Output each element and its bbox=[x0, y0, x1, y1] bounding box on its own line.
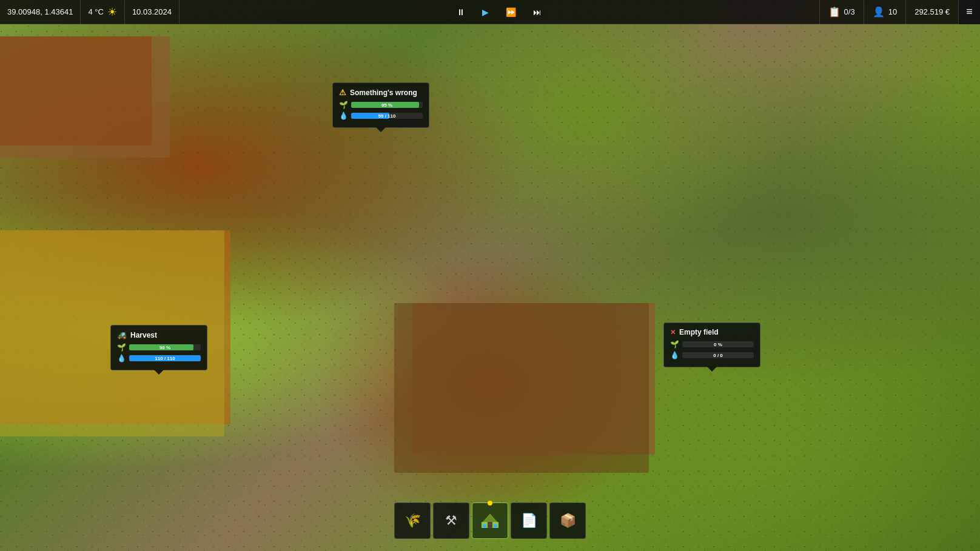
water-bar-empty: 0 / 0 bbox=[682, 352, 754, 358]
popup-warning-growth-row: 🌱 95 % bbox=[339, 101, 423, 109]
growth-bar-harvest: 90 % bbox=[129, 344, 201, 350]
toolbar-box-button[interactable]: 📦 bbox=[549, 503, 586, 539]
hud-date: 10.03.2024 bbox=[125, 0, 180, 24]
hud-playback-controls: ⏸ ▶ ⏩ ⏭ bbox=[180, 6, 819, 18]
svg-rect-5 bbox=[494, 524, 497, 527]
svg-marker-1 bbox=[483, 513, 497, 522]
hud-workers[interactable]: 👤 10 bbox=[864, 0, 905, 24]
water-icon-harvest: 💧 bbox=[117, 354, 126, 362]
tools-icon: ⚒ bbox=[445, 513, 457, 529]
popup-empty-title-text: Empty field bbox=[679, 328, 719, 336]
water-label-harvest: 110 / 110 bbox=[129, 355, 201, 361]
warning-icon: ⚠ bbox=[339, 88, 346, 97]
hud-money: 292.519 € bbox=[905, 0, 958, 24]
fastest-forward-button[interactable]: ⏭ bbox=[529, 6, 545, 18]
hud-coordinates: 39.00948, 1.43641 bbox=[0, 0, 81, 24]
toolbar-tools-button[interactable]: ⚒ bbox=[433, 503, 469, 539]
water-bar-warning: 59 / 110 bbox=[351, 113, 423, 119]
error-icon: ✕ bbox=[670, 329, 676, 336]
date-text: 10.03.2024 bbox=[132, 7, 172, 16]
toolbar-doc-button[interactable]: 📄 bbox=[511, 503, 547, 539]
top-hud: 39.00948, 1.43641 4 °C ☀ 10.03.2024 ⏸ ▶ … bbox=[0, 0, 980, 24]
popup-harvest-water-row: 💧 110 / 110 bbox=[117, 354, 201, 362]
fast-forward-button[interactable]: ⏩ bbox=[502, 6, 520, 18]
task-icon: 📋 bbox=[828, 6, 841, 18]
temperature-text: 4 °C bbox=[88, 7, 103, 16]
popup-empty-field[interactable]: ✕ Empty field 🌱 0 % 💧 0 / 0 bbox=[663, 322, 760, 367]
popup-empty-water-row: 💧 0 / 0 bbox=[670, 351, 754, 359]
growth-label-warning: 95 % bbox=[351, 102, 423, 108]
water-label-warning: 59 / 110 bbox=[351, 113, 423, 119]
water-bar-harvest: 110 / 110 bbox=[129, 355, 201, 361]
popup-harvest-growth-row: 🌱 90 % bbox=[117, 343, 201, 352]
water-icon-empty: 💧 bbox=[670, 351, 679, 359]
worker-count: 10 bbox=[888, 7, 897, 16]
growth-bar-warning: 95 % bbox=[351, 102, 423, 108]
plant-icon-warning: 🌱 bbox=[339, 101, 347, 109]
toolbar-bag-button[interactable]: 🌾 bbox=[394, 503, 431, 539]
plant-icon-empty: 🌱 bbox=[670, 340, 679, 349]
bag-icon: 🌾 bbox=[404, 513, 421, 529]
field-patch-5 bbox=[0, 36, 152, 145]
water-icon-warning: 💧 bbox=[339, 112, 347, 120]
doc-icon: 📄 bbox=[521, 513, 537, 529]
box-icon: 📦 bbox=[560, 513, 576, 529]
popup-warning-title: ⚠ Something's wrong bbox=[339, 88, 423, 97]
toolbar-farm-button[interactable] bbox=[472, 503, 508, 539]
popup-empty-growth-row: 🌱 0 % bbox=[670, 340, 754, 349]
popup-harvest-title-text: Harvest bbox=[130, 331, 157, 339]
worker-icon: 👤 bbox=[873, 6, 885, 18]
hud-temperature: 4 °C ☀ bbox=[81, 0, 124, 24]
plant-icon-harvest: 🌱 bbox=[117, 343, 126, 352]
coordinates-text: 39.00948, 1.43641 bbox=[7, 7, 73, 16]
popup-empty-title: ✕ Empty field bbox=[670, 328, 754, 336]
popup-harvest[interactable]: 🚜 Harvest 🌱 90 % 💧 110 / 110 bbox=[110, 325, 207, 370]
growth-label-harvest: 90 % bbox=[129, 344, 201, 350]
popup-warning-water-row: 💧 59 / 110 bbox=[339, 112, 423, 120]
tractor-icon: 🚜 bbox=[117, 330, 127, 339]
sun-icon: ☀ bbox=[107, 5, 117, 19]
money-amount: 292.519 € bbox=[915, 7, 950, 16]
main-menu-button[interactable]: ≡ bbox=[958, 0, 980, 24]
play-button[interactable]: ▶ bbox=[478, 6, 492, 18]
bottom-toolbar: 🌾 ⚒ 📄 📦 bbox=[394, 503, 586, 539]
farm-icon bbox=[480, 511, 500, 530]
water-label-empty: 0 / 0 bbox=[682, 352, 754, 358]
growth-bar-empty: 0 % bbox=[682, 341, 754, 347]
field-patch-6 bbox=[394, 303, 649, 473]
popup-warning[interactable]: ⚠ Something's wrong 🌱 95 % 💧 59 / 110 bbox=[332, 82, 429, 128]
svg-rect-4 bbox=[483, 524, 486, 527]
popup-warning-title-text: Something's wrong bbox=[350, 88, 417, 97]
hud-tasks[interactable]: 📋 0/3 bbox=[819, 0, 864, 24]
pause-button[interactable]: ⏸ bbox=[453, 6, 469, 18]
growth-label-empty: 0 % bbox=[682, 341, 754, 347]
hud-right-section: 📋 0/3 👤 10 292.519 € ≡ bbox=[819, 0, 980, 24]
popup-harvest-title: 🚜 Harvest bbox=[117, 330, 201, 339]
task-count: 0/3 bbox=[844, 7, 855, 16]
game-background bbox=[0, 0, 980, 551]
